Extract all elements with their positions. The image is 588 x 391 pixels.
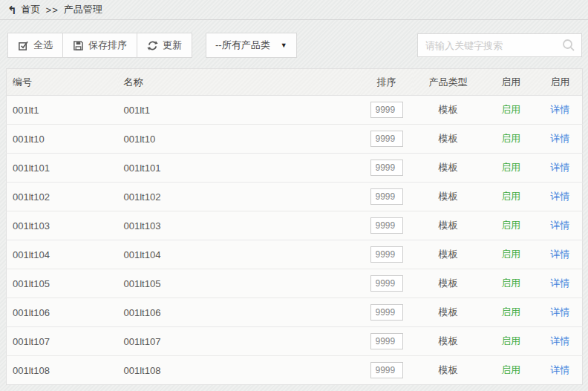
header-name: 名称 (118, 69, 361, 96)
product-type-cell: 模板 (413, 327, 484, 356)
sort-input[interactable] (370, 217, 403, 234)
product-id-cell: 001lt1 (7, 96, 118, 125)
save-sort-button[interactable]: 保存排序 (62, 33, 137, 58)
table-row: 001lt104 001lt104 模板 启用 详情 (7, 240, 583, 269)
detail-link[interactable]: 详情 (550, 306, 569, 318)
detail-link[interactable]: 详情 (550, 220, 569, 231)
table-row: 001lt106 001lt106 模板 启用 详情 (7, 298, 583, 327)
sort-input[interactable] (370, 333, 403, 349)
breadcrumb-home[interactable]: 首页 (22, 3, 41, 16)
search-icon[interactable] (561, 38, 576, 55)
toolbar-button-group: 全选 保存排序 更新 (7, 33, 192, 58)
category-dropdown-value: --所有产品类 (215, 39, 270, 52)
return-arrow-icon: ↰ (7, 4, 17, 16)
product-id-cell: 001lt108 (7, 356, 118, 385)
product-name-cell: 001lt1 (118, 96, 361, 125)
enable-link[interactable]: 启用 (501, 162, 520, 173)
checkbox-check-icon (18, 40, 29, 51)
product-table: 编号 名称 排序 产品类型 启用 启用 001lt1 001lt1 模板 启用 … (6, 68, 583, 385)
save-sort-label: 保存排序 (88, 39, 127, 52)
table-row: 001lt105 001lt105 模板 启用 详情 (7, 269, 583, 298)
product-type-cell: 模板 (413, 154, 484, 183)
enable-link[interactable]: 启用 (501, 306, 520, 318)
product-type-cell: 模板 (413, 298, 484, 327)
table-row: 001lt108 001lt108 模板 启用 详情 (7, 356, 583, 385)
product-name-cell: 001lt104 (118, 240, 361, 269)
product-id-cell: 001lt107 (7, 327, 118, 356)
header-id: 编号 (7, 69, 118, 96)
enable-link[interactable]: 启用 (501, 335, 520, 346)
product-id-cell: 001lt103 (7, 211, 118, 240)
product-name-cell: 001lt108 (118, 356, 361, 385)
enable-link[interactable]: 启用 (501, 220, 520, 231)
detail-link[interactable]: 详情 (550, 277, 569, 289)
sort-input[interactable] (370, 362, 403, 378)
header-sort: 排序 (361, 69, 413, 96)
update-button[interactable]: 更新 (137, 33, 192, 58)
toolbar: 全选 保存排序 更新 --所有产品类 ▼ (7, 33, 582, 58)
detail-link[interactable]: 详情 (550, 249, 569, 260)
enable-link[interactable]: 启用 (501, 364, 520, 375)
update-label: 更新 (163, 39, 182, 52)
header-enable: 启用 (484, 69, 538, 96)
product-type-cell: 模板 (413, 240, 484, 269)
search-input[interactable] (417, 33, 582, 57)
table-row: 001lt103 001lt103 模板 启用 详情 (7, 211, 583, 240)
breadcrumb-current: 产品管理 (64, 3, 102, 16)
table-body: 001lt1 001lt1 模板 启用 详情 001lt10 001lt10 模… (7, 96, 583, 385)
table-row: 001lt1 001lt1 模板 启用 详情 (7, 96, 583, 125)
product-type-cell: 模板 (413, 183, 484, 211)
sort-input[interactable] (370, 188, 403, 205)
detail-link[interactable]: 详情 (550, 104, 569, 115)
product-id-cell: 001lt10 (7, 125, 118, 154)
product-name-cell: 001lt102 (118, 183, 361, 211)
product-type-cell: 模板 (413, 269, 484, 298)
enable-link[interactable]: 启用 (501, 249, 520, 260)
table-row: 001lt101 001lt101 模板 启用 详情 (7, 154, 583, 183)
product-id-cell: 001lt104 (7, 240, 118, 269)
product-type-cell: 模板 (413, 356, 484, 385)
table-row: 001lt102 001lt102 模板 启用 详情 (7, 183, 583, 211)
table-row: 001lt10 001lt10 模板 启用 详情 (7, 125, 583, 154)
sort-input[interactable] (370, 246, 403, 263)
detail-link[interactable]: 详情 (550, 364, 569, 375)
floppy-save-icon (73, 40, 84, 51)
table-row: 001lt107 001lt107 模板 启用 详情 (7, 327, 583, 356)
sort-input[interactable] (370, 304, 403, 321)
select-all-label: 全选 (33, 39, 53, 52)
product-id-cell: 001lt101 (7, 154, 118, 183)
category-dropdown[interactable]: --所有产品类 ▼ (206, 33, 297, 58)
detail-link[interactable]: 详情 (550, 335, 569, 346)
product-type-cell: 模板 (413, 211, 484, 240)
enable-link[interactable]: 启用 (501, 133, 520, 144)
product-id-cell: 001lt106 (7, 298, 118, 327)
sort-input[interactable] (370, 160, 403, 176)
breadcrumb-separator: >> (46, 4, 59, 16)
chevron-down-icon: ▼ (281, 42, 287, 49)
header-type: 产品类型 (413, 69, 484, 96)
detail-link[interactable]: 详情 (550, 133, 569, 144)
product-name-cell: 001lt103 (118, 211, 361, 240)
header-enable2: 启用 (538, 69, 583, 96)
sort-input[interactable] (370, 131, 403, 147)
breadcrumb: ↰ 首页 >> 产品管理 (0, 0, 588, 20)
detail-link[interactable]: 详情 (550, 191, 569, 202)
table-header-row: 编号 名称 排序 产品类型 启用 启用 (7, 69, 583, 96)
enable-link[interactable]: 启用 (501, 277, 520, 289)
detail-link[interactable]: 详情 (550, 162, 569, 173)
product-id-cell: 001lt105 (7, 269, 118, 298)
product-name-cell: 001lt106 (118, 298, 361, 327)
product-name-cell: 001lt105 (118, 269, 361, 298)
search-box (417, 33, 582, 57)
refresh-icon (147, 40, 158, 51)
sort-input[interactable] (370, 275, 403, 292)
enable-link[interactable]: 启用 (501, 104, 520, 115)
select-all-button[interactable]: 全选 (7, 33, 63, 58)
product-name-cell: 001lt107 (118, 327, 361, 356)
product-id-cell: 001lt102 (7, 183, 118, 211)
product-type-cell: 模板 (413, 96, 484, 125)
product-name-cell: 001lt101 (118, 154, 361, 183)
sort-input[interactable] (370, 102, 403, 118)
product-type-cell: 模板 (413, 125, 484, 154)
enable-link[interactable]: 启用 (501, 191, 520, 202)
